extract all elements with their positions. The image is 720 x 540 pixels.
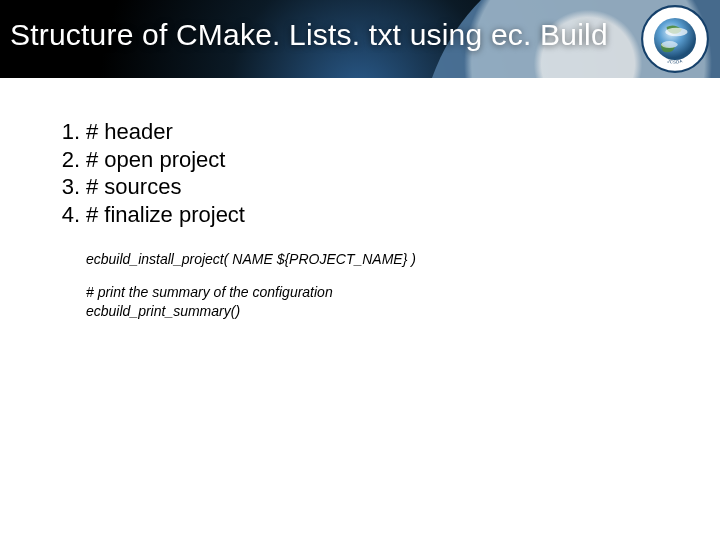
svg-point-3 [665,28,687,36]
organization-seal-icon: JCSDA [640,4,710,74]
list-item: # open project [46,146,680,174]
code-block: ecbuild_install_project( NAME ${PROJECT_… [86,250,680,321]
list-item-text: # finalize project [86,202,245,227]
blank-line [86,269,680,283]
code-line: ecbuild_install_project( NAME ${PROJECT_… [86,250,680,269]
code-line: # print the summary of the configuration [86,283,680,302]
numbered-list: # header # open project # sources # fina… [46,118,680,228]
slide-title: Structure of CMake. Lists. txt using ec.… [10,18,608,52]
header-band: Structure of CMake. Lists. txt using ec.… [0,0,720,78]
slide: Structure of CMake. Lists. txt using ec.… [0,0,720,540]
list-item-text: # header [86,119,173,144]
list-item: # header [46,118,680,146]
list-item-text: # open project [86,147,225,172]
svg-point-2 [654,18,696,60]
list-item: # sources [46,173,680,201]
code-line: ecbuild_print_summary() [86,302,680,321]
list-item-text: # sources [86,174,181,199]
slide-body: # header # open project # sources # fina… [0,78,720,321]
svg-point-4 [661,41,678,48]
list-item: # finalize project [46,201,680,229]
